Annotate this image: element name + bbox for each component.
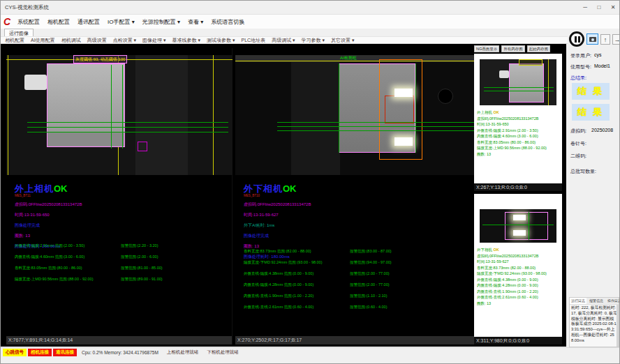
thumb-line: 圈数: 13 — [477, 151, 547, 158]
tool-test-params[interactable]: 测试项参数 ▾ — [207, 37, 235, 44]
close-button[interactable]: ✕ — [607, 2, 619, 13]
menu-light-control[interactable]: 光源控制配置 ▾ — [142, 18, 180, 26]
alarm-range: 报警范围:(1.10 - 2.10) — [350, 294, 388, 298]
thumb-line: 外侧直线-直线:2.61mm (0.60 - 4.00) — [477, 294, 547, 301]
measurement-row: 外侧直线-隔膜:2.91mm 范围:(2.00 - 3.50)报警范围:(2.2… — [15, 243, 229, 248]
ai-detect-label: AI检测框 — [340, 55, 357, 61]
maximize-button[interactable]: □ — [593, 2, 605, 13]
measurement-row: 隔膜宽度-下MD:92.24mm 范围:(93.00 - 98.00)报警范围:… — [244, 260, 474, 265]
tab-ng-display[interactable]: NG画面显示 — [474, 45, 499, 52]
log-tab-run[interactable]: 运行日志 — [570, 298, 586, 304]
measurement-row: 内侧直线-隔膜:4.60mm 范围:(3.00 - 6.00)报警范围:(2.0… — [15, 255, 229, 259]
machine-structure — [135, 55, 188, 175]
menu-view[interactable]: 查看 ▾ — [188, 18, 203, 26]
window-controls: ─ □ ✕ — [579, 2, 619, 13]
menu-camera-config[interactable]: 相机配置 — [47, 18, 70, 26]
overlay-green-line — [277, 130, 475, 131]
tab-running-image[interactable]: 运行图像 — [4, 29, 34, 36]
thumbnail-panel-upper[interactable]: 外上相机 OK 虚拟码:0FFIiiw2025020813313472B 时间:… — [474, 54, 562, 191]
camera-capture-button[interactable] — [586, 33, 598, 45]
result-ok-label: OK — [494, 248, 499, 252]
measurement-list-lower: 卷料宽度:83.73mm 范围:(82.00 - 88.00)报警范围:(83.… — [244, 249, 474, 316]
camera-name-label: 外下相机 — [477, 248, 492, 252]
thumb-line: 隔膜宽度-下MD:92.24mm (93.00 - 98.00) — [477, 271, 547, 277]
measurement-row: 卷料宽度:83.73mm 范围:(82.00 - 88.00)报警范围:(83.… — [244, 249, 474, 254]
comm-link-status-badge: 通讯连接 — [53, 349, 77, 356]
alarm-range: 报警范围:(2.00 - 77.00) — [350, 282, 390, 287]
alarm-range: 报警范围:(89.00 - 91.00) — [121, 277, 163, 282]
virtual-barcode-line: 虚拟码:0FFIiiw2025020813313472B — [15, 202, 82, 208]
measurement-value: 隔膜宽度-上MD:90.56mm 范围:(88.00 - 92.00) — [15, 277, 121, 282]
tool-plc-address-table[interactable]: PLC地址表 — [242, 37, 266, 44]
camera-name-label: 外上相机 — [477, 110, 492, 114]
tool-baseline-params[interactable]: 基准线参数 ▾ — [172, 37, 200, 44]
upload-button[interactable]: ↑ — [600, 34, 610, 45]
up-arrow-icon: ↑ — [604, 36, 607, 43]
minimize-button[interactable]: ─ — [579, 2, 591, 13]
roi-box — [385, 96, 414, 123]
menu-system-config[interactable]: 系统配置 — [17, 18, 40, 26]
thumb-line: 虚拟码:0FFIiiw2025020813313472B — [477, 253, 547, 259]
measurement-row: 隔膜宽度-上MD:90.56mm 范围:(88.00 - 92.00)报警范围:… — [15, 277, 229, 282]
result-badge-upper: 结 果 — [572, 83, 610, 100]
overlay-green-line — [529, 212, 529, 240]
ai-time-line: 外下AI耗时: 1ms — [244, 222, 311, 229]
tool-camera-config[interactable]: 相机配置 — [5, 37, 24, 44]
log-tab-alarm[interactable]: 报警信息 — [588, 298, 605, 304]
pixel-coordinate-bar-upper: X:7677;Y:891;R:14;G:14;B:14 — [6, 336, 232, 344]
camera-image-upper[interactable]: 灰度阈值:93, 动态阈值:100 — [6, 55, 232, 175]
alarm-range: 报警范围:(0.60 - 4.00) — [350, 305, 388, 310]
result-ok-label: OK — [54, 183, 68, 194]
log-scrollbar[interactable] — [617, 305, 619, 347]
measurement-value: 外侧直线-直线:2.61mm 范围:(0.60 - 4.00) — [244, 305, 350, 310]
tool-ai-usage-config[interactable]: AI使用配置 — [31, 37, 55, 44]
tab-start-memory-images[interactable]: 起始内存图 — [527, 45, 551, 52]
thumb-line: 外侧直线-隔膜:2.91mm (2.00 - 3.50) — [477, 128, 547, 134]
tool-spot-check[interactable]: 点检设置 ▾ — [113, 37, 136, 44]
log-text: 耗时: 222, 极耳检测耗时: 17, 极耳分离耗时: 0, 极耳模板分离耗时… — [570, 305, 619, 344]
roi-box — [138, 142, 147, 151]
tool-other-settings[interactable]: 其它设置 ▾ — [331, 37, 354, 44]
thumb-line: 时间:13-31-59-650 — [477, 121, 547, 128]
menu-bar: C 系统配置 相机配置 通讯配置 IO手配置 ▾ 光源控制配置 ▾ 查看 ▾ 系… — [1, 15, 620, 29]
pause-button[interactable] — [569, 31, 584, 47]
alarm-range: 报警范围:(2.20 - 3.20) — [121, 243, 158, 248]
thumbnail-text-upper: 外上相机 OK 虚拟码:0FFIiiw2025020813313472B 时间:… — [477, 109, 547, 157]
thumb-line: 内侧直线-直线:1.90mm (1.00 - 2.20) — [477, 289, 547, 295]
tool-advanced-settings[interactable]: 高级设置 — [87, 37, 107, 44]
camera-name-label: 外下相机 — [244, 183, 283, 194]
cpu-memory-status: Cpu: 0.2% Memory: 3424.41796875M — [82, 350, 158, 355]
cell-shadow — [47, 132, 124, 146]
thumb-line: 内侧直线-隔膜:4.28mm (0.00 - 9.00) — [477, 282, 547, 289]
overlay-green-line — [484, 91, 554, 91]
tab-all-memory-images[interactable]: 所有内存图 — [501, 45, 525, 52]
overlay-green-line — [415, 63, 416, 153]
tool-camera-debug[interactable]: 相机调试 — [61, 37, 81, 44]
tool-learning-params[interactable]: 学习参数 ▾ — [302, 37, 325, 44]
lower-camera-ready-status: 下相机处理就绪 — [207, 349, 239, 356]
thumbnail-panel-lower[interactable]: 外下相机 OK 虚拟码:0FFIiiw2025020813313472B 时间:… — [474, 194, 562, 344]
exit-button[interactable]: → — [612, 34, 620, 45]
mes-tag-label: MES_BT11 — [15, 194, 82, 197]
overlay-green-line — [111, 65, 112, 149]
log-tab-operation[interactable]: 操作日志 — [606, 298, 620, 304]
alarm-range: 报警范围:(2.00 - 77.00) — [350, 271, 390, 276]
thumb-line: 隔膜宽度-上MD:90.56mm (88.00 - 92.00) — [477, 145, 547, 151]
alarm-range: 报警范围:(81.00 - 85.00) — [121, 266, 163, 271]
overlay-green-line — [277, 126, 475, 127]
batch-count-label: 总批写数量: — [570, 168, 596, 175]
measurement-value: 内侧直线-隔膜:4.28mm 范围:(0.00 - 9.00) — [244, 282, 350, 287]
menu-io-config[interactable]: IO手配置 ▾ — [108, 18, 135, 26]
pause-icon — [578, 36, 580, 43]
thumb-line: 内侧直线-隔膜:4.60mm (3.00 - 6.00) — [477, 133, 547, 139]
camera-view-upper: 灰度阈值:93, 动态阈值:100 外上相机OK MES_BT11 虚拟码:0F… — [6, 48, 232, 344]
menu-comm-config[interactable]: 通讯配置 — [78, 18, 100, 26]
control-panel: ↑ → 登录用户: cys 使用型号: Model1 总结果: 结 果 结 果 … — [568, 30, 620, 348]
menu-language-switch[interactable]: 系统语言切换 — [211, 18, 244, 26]
qr-code-label: 二维码: — [570, 153, 586, 160]
camera-image-lower[interactable]: AI检测框 — [235, 55, 477, 175]
thumb-line: 外侧直线-隔膜:4.38mm (0.00 - 9.00) — [477, 277, 547, 283]
tool-advanced-debug[interactable]: 高级调试 ▾ — [272, 37, 295, 44]
main-area: 灰度阈值:93, 动态阈值:100 外上相机OK MES_BT11 虚拟码:0F… — [1, 44, 566, 347]
tool-image-processing[interactable]: 图像处理 ▾ — [142, 37, 165, 44]
